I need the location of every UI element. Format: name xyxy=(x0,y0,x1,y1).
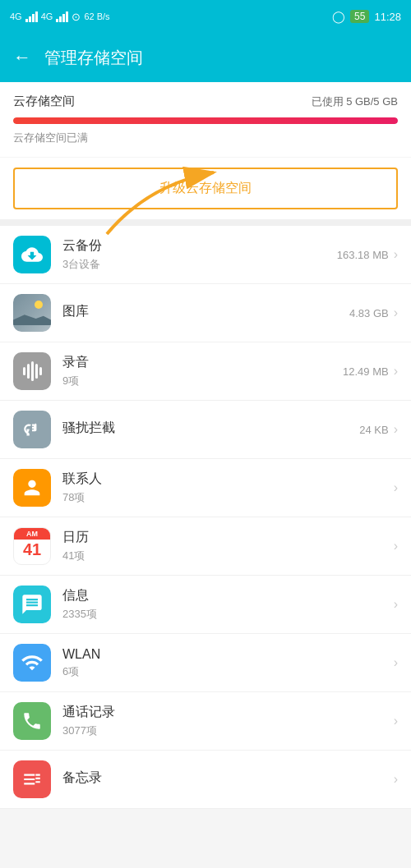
calendar-sub: 41项 xyxy=(62,549,394,563)
cloud-title: 云存储空间 xyxy=(13,94,75,109)
blockcall-chevron: › xyxy=(394,422,398,437)
recording-right: 12.49 MB › xyxy=(343,364,398,379)
gallery-chevron: › xyxy=(394,305,398,320)
signal-1: 4G xyxy=(10,11,22,21)
contacts-right: › xyxy=(394,480,398,495)
cloud-full-text: 云存储空间已满 xyxy=(13,131,398,157)
list-item-calendar[interactable]: AM 41 日历 41项 › xyxy=(0,517,411,576)
calendar-content: 日历 41项 xyxy=(62,529,394,563)
wlan-icon xyxy=(13,644,51,682)
calllog-name: 通话记录 xyxy=(62,704,394,721)
yunbeifen-sub: 3台设备 xyxy=(62,257,337,272)
contacts-name: 联系人 xyxy=(62,471,394,488)
divider xyxy=(0,219,411,226)
battery-icon: 55 xyxy=(350,10,369,23)
list-item-recording[interactable]: 录音 9项 12.49 MB › xyxy=(0,342,411,401)
status-bar: 4G 4G ⊙ 62 B/s ◯ 55 11:28 xyxy=(0,0,411,33)
notes-content: 备忘录 xyxy=(62,769,394,789)
bluetooth-icon: ◯ xyxy=(332,10,345,23)
messages-right: › xyxy=(394,597,398,612)
blockcall-content: 骚扰拦截 xyxy=(62,420,359,439)
wlan-content: WLAN 6项 xyxy=(62,647,394,679)
status-right: ◯ 55 11:28 xyxy=(332,10,401,23)
calllog-right: › xyxy=(394,714,398,728)
messages-name: 信息 xyxy=(62,587,394,604)
calllog-sub: 3077项 xyxy=(62,723,394,738)
cal-top-label: AM xyxy=(14,528,50,540)
contacts-chevron: › xyxy=(394,480,398,495)
cal-number: 41 xyxy=(23,541,41,558)
progress-fill xyxy=(13,117,398,124)
gallery-right: 4.83 GB › xyxy=(349,305,398,320)
contacts-icon xyxy=(13,469,51,507)
list-item-contacts[interactable]: 联系人 78项 › xyxy=(0,459,411,517)
list-item-calllog[interactable]: 通话记录 3077项 › xyxy=(0,692,411,751)
apps-list: 云备份 3台设备 163.18 MB › 图库 4.83 GB › 录音 9项 xyxy=(0,226,411,809)
yunbeifen-name: 云备份 xyxy=(62,237,337,255)
recording-content: 录音 9项 xyxy=(62,354,343,388)
list-item-messages[interactable]: 信息 2335项 › xyxy=(0,576,411,634)
upgrade-button[interactable]: 升级云存储空间 xyxy=(13,168,398,209)
list-item-blockcall[interactable]: 骚扰拦截 24 KB › xyxy=(0,401,411,459)
time: 11:28 xyxy=(374,11,401,23)
calendar-right: › xyxy=(394,539,398,553)
gallery-name: 图库 xyxy=(62,303,349,320)
list-item-gallery[interactable]: 图库 4.83 GB › xyxy=(0,284,411,342)
signal-bars-1 xyxy=(25,11,38,22)
recording-size: 12.49 MB xyxy=(343,365,389,378)
calendar-chevron: › xyxy=(394,539,398,553)
yunbeifen-right: 163.18 MB › xyxy=(337,247,398,262)
calllog-content: 通话记录 3077项 xyxy=(62,704,394,738)
wlan-chevron: › xyxy=(394,655,398,670)
contacts-content: 联系人 78项 xyxy=(62,471,394,505)
yunbeifen-chevron: › xyxy=(394,247,398,262)
yunbeifen-content: 云备份 3台设备 xyxy=(62,237,337,272)
wlan-sub: 6项 xyxy=(62,664,394,679)
list-item-yunbeifen[interactable]: 云备份 3台设备 163.18 MB › xyxy=(0,226,411,284)
blockcall-right: 24 KB › xyxy=(359,422,398,437)
wlan-right: › xyxy=(394,655,398,670)
blockcall-name: 骚扰拦截 xyxy=(62,420,359,437)
list-item-wlan[interactable]: WLAN 6项 › xyxy=(0,634,411,692)
speed-text: 62 B/s xyxy=(84,11,109,21)
recording-sub: 9项 xyxy=(62,374,343,388)
cloud-header: 云存储空间 已使用 5 GB/5 GB xyxy=(13,94,398,109)
gallery-icon xyxy=(13,294,51,332)
blockcall-size: 24 KB xyxy=(359,424,388,436)
notes-chevron: › xyxy=(394,772,398,787)
recording-icon xyxy=(13,352,51,390)
messages-content: 信息 2335项 xyxy=(62,587,394,622)
list-item-notes[interactable]: 备忘录 › xyxy=(0,751,411,809)
yunbeifen-icon xyxy=(13,236,51,273)
messages-chevron: › xyxy=(394,597,398,612)
gallery-size: 4.83 GB xyxy=(349,307,389,319)
recording-chevron: › xyxy=(394,364,398,379)
messages-sub: 2335项 xyxy=(62,607,394,622)
signal-bars-2 xyxy=(56,11,68,22)
cloud-usage: 已使用 5 GB/5 GB xyxy=(312,94,398,109)
cloud-section: 云存储空间 已使用 5 GB/5 GB 云存储空间已满 xyxy=(0,82,411,157)
notes-icon xyxy=(13,760,51,798)
wlan-name: WLAN xyxy=(62,647,394,662)
storage-progress-bar xyxy=(13,117,398,124)
app-header: ← 管理存储空间 xyxy=(0,33,411,82)
back-button[interactable]: ← xyxy=(13,47,31,68)
notes-right: › xyxy=(394,772,398,787)
yunbeifen-size: 163.18 MB xyxy=(337,249,389,261)
signal-2: 4G xyxy=(41,11,53,21)
calllog-chevron: › xyxy=(394,714,398,728)
status-left: 4G 4G ⊙ 62 B/s xyxy=(10,11,110,23)
blockcall-icon xyxy=(13,411,51,448)
contacts-sub: 78项 xyxy=(62,490,394,505)
gallery-content: 图库 xyxy=(62,303,349,323)
calendar-name: 日历 xyxy=(62,529,394,546)
upgrade-section: 升级云存储空间 xyxy=(0,158,411,219)
recording-name: 录音 xyxy=(62,354,343,371)
wifi-icon: ⊙ xyxy=(72,11,81,23)
page-title: 管理存储空间 xyxy=(44,47,143,69)
notes-name: 备忘录 xyxy=(62,769,394,787)
calendar-icon: AM 41 xyxy=(13,527,51,565)
calllog-icon xyxy=(13,702,51,740)
messages-icon xyxy=(13,586,51,623)
